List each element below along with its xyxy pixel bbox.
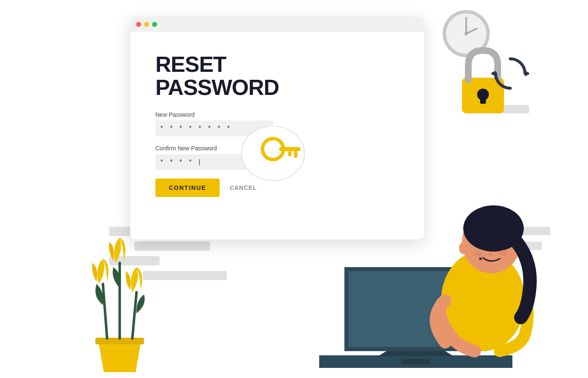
speech-bubble <box>239 126 307 189</box>
browser-bar <box>130 17 424 32</box>
svg-marker-7 <box>525 71 529 76</box>
svg-point-23 <box>488 253 493 256</box>
title-line1: RESET <box>155 52 226 76</box>
svg-point-22 <box>479 257 482 260</box>
svg-rect-13 <box>294 151 297 158</box>
minimize-dot[interactable] <box>144 22 149 27</box>
new-password-label: New Password <box>155 111 399 118</box>
close-dot[interactable] <box>136 22 141 27</box>
page-title: RESET PASSWORD <box>155 53 399 99</box>
svg-line-27 <box>103 284 107 339</box>
flower-pot-illustration <box>74 208 166 378</box>
svg-point-20 <box>474 251 482 257</box>
svg-marker-8 <box>491 71 496 76</box>
svg-rect-14 <box>288 151 291 156</box>
scene: RESET PASSWORD New Password Confirm New … <box>0 0 588 378</box>
svg-point-19 <box>495 243 500 247</box>
svg-point-3 <box>465 32 468 35</box>
svg-point-24 <box>459 242 467 254</box>
refresh-arrows <box>491 55 529 94</box>
continue-button[interactable]: CONTINUE <box>155 178 220 197</box>
title-line2: PASSWORD <box>155 75 279 100</box>
svg-point-18 <box>481 244 486 248</box>
svg-rect-12 <box>279 147 300 151</box>
svg-point-21 <box>499 250 507 256</box>
person-illustration <box>374 158 550 378</box>
maximize-dot[interactable] <box>152 22 157 27</box>
svg-line-29 <box>132 292 136 339</box>
svg-rect-6 <box>480 94 486 104</box>
